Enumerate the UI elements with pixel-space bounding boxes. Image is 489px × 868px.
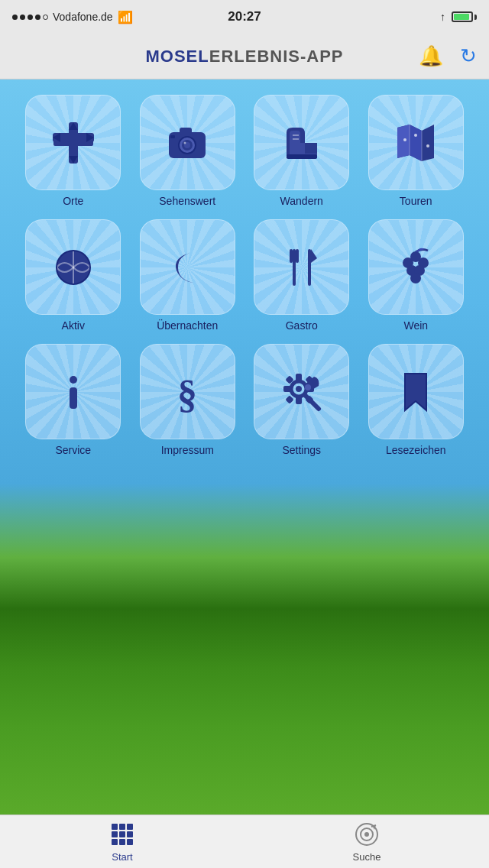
icon-box-sehenswert: [140, 95, 235, 190]
orte-icon: [49, 118, 98, 167]
svg-point-49: [296, 386, 302, 392]
dot-2: [20, 15, 25, 20]
svg-rect-66: [119, 839, 125, 845]
status-bar: Vodafone.de 📶 20:27 ↑: [0, 0, 489, 34]
svg-text:§: §: [177, 372, 197, 416]
svg-rect-38: [308, 249, 311, 286]
grid-item-settings[interactable]: Settings: [250, 344, 354, 456]
svg-rect-34: [293, 249, 296, 286]
nav-bar: MOSELERLEBNIS-APP 🔔 ↻: [0, 34, 489, 79]
battery-tip: [474, 15, 477, 20]
location-icon: ↑: [440, 11, 445, 23]
sehenswert-icon: [163, 118, 212, 167]
grid-item-wein[interactable]: Wein: [364, 219, 468, 332]
grid-item-sehenswert[interactable]: Sehenswert: [136, 95, 240, 207]
svg-rect-62: [112, 831, 118, 837]
wandern-label: Wandern: [280, 195, 323, 207]
impressum-icon: §: [163, 368, 212, 416]
suche-tab-label: Suche: [353, 851, 381, 863]
ubernachten-icon: [163, 243, 212, 292]
status-time: 20:27: [228, 9, 261, 24]
icon-box-ubernachten: [140, 219, 235, 315]
tab-start[interactable]: Start: [0, 821, 244, 863]
svg-rect-50: [296, 374, 302, 381]
svg-rect-37: [290, 258, 299, 261]
svg-rect-67: [127, 839, 133, 845]
title-rest: ERLEBNIS-APP: [209, 47, 344, 66]
grid-item-ubernachten[interactable]: Übernachten: [136, 219, 240, 332]
svg-rect-52: [283, 386, 291, 392]
carrier-label: Vodafone.de: [53, 11, 113, 23]
grid-item-orte[interactable]: Orte: [21, 95, 125, 207]
svg-rect-59: [112, 824, 118, 830]
signal-dots: [12, 15, 48, 20]
gastro-icon: [277, 243, 326, 292]
svg-rect-20: [287, 154, 317, 159]
lesezeichen-icon: [391, 368, 440, 416]
icon-box-touren: [368, 95, 464, 190]
settings-icon: [277, 368, 326, 416]
touren-label: Touren: [400, 195, 432, 207]
grid-item-service[interactable]: Service: [21, 344, 125, 456]
icon-box-service: [25, 344, 121, 439]
svg-marker-24: [410, 125, 422, 161]
icon-box-lesezeichen: [368, 344, 464, 439]
service-icon: [49, 368, 98, 416]
grid-item-touren[interactable]: Touren: [364, 95, 468, 207]
status-left: Vodafone.de 📶: [12, 10, 133, 24]
svg-rect-60: [119, 824, 125, 830]
start-tab-icon: [108, 821, 136, 848]
svg-marker-25: [397, 125, 410, 158]
aktiv-label: Aktiv: [62, 319, 85, 332]
icon-box-gastro: [254, 219, 349, 315]
svg-point-58: [305, 384, 311, 390]
title-mosel: MOSEL: [145, 47, 209, 66]
svg-rect-56: [285, 395, 293, 403]
svg-point-30: [426, 144, 429, 147]
svg-point-45: [70, 376, 77, 384]
grid-item-wandern[interactable]: Wandern: [250, 95, 354, 207]
refresh-button[interactable]: ↻: [460, 44, 477, 68]
icon-box-orte: [25, 95, 121, 190]
sehenswert-label: Sehenswert: [159, 195, 215, 207]
dot-5: [43, 15, 48, 20]
gastro-label: Gastro: [286, 319, 318, 332]
svg-rect-51: [296, 397, 302, 404]
lesezeichen-label: Lesezeichen: [386, 444, 446, 456]
wein-label: Wein: [403, 319, 428, 332]
tab-suche[interactable]: Suche: [244, 821, 489, 863]
dot-1: [12, 15, 18, 20]
grid-item-gastro[interactable]: Gastro: [250, 219, 354, 332]
dot-4: [35, 15, 40, 20]
svg-point-29: [414, 134, 417, 137]
battery-body: [452, 11, 473, 22]
svg-rect-46: [70, 387, 77, 409]
ubernachten-label: Übernachten: [157, 319, 218, 332]
orte-label: Orte: [63, 195, 83, 207]
main-area: Orte Sehenswert: [0, 79, 489, 815]
settings-label: Settings: [282, 444, 321, 456]
grid-item-impressum[interactable]: § Impressum: [136, 344, 240, 456]
svg-rect-14: [180, 128, 192, 135]
wein-icon: [391, 243, 440, 292]
grid-item-aktiv[interactable]: Aktiv: [21, 219, 125, 332]
svg-point-28: [403, 138, 406, 141]
suche-tab-icon: [353, 821, 381, 848]
svg-rect-61: [127, 824, 133, 830]
app-title: MOSELERLEBNIS-APP: [145, 47, 343, 66]
icon-box-aktiv: [25, 219, 121, 315]
svg-point-44: [410, 273, 421, 283]
wifi-icon: 📶: [118, 10, 133, 24]
svg-rect-64: [127, 831, 133, 837]
dot-3: [28, 15, 33, 20]
bell-icon: 🔔: [419, 44, 443, 68]
battery: [452, 11, 477, 22]
icon-box-impressum: §: [140, 344, 235, 439]
tab-bar: Start Suche: [0, 815, 489, 868]
svg-rect-19: [170, 135, 175, 138]
grid-item-lesezeichen[interactable]: Lesezeichen: [364, 344, 468, 456]
svg-rect-63: [119, 831, 125, 837]
icon-box-settings: [254, 344, 349, 439]
aktiv-icon: [49, 243, 98, 292]
app-grid: Orte Sehenswert: [0, 79, 489, 464]
